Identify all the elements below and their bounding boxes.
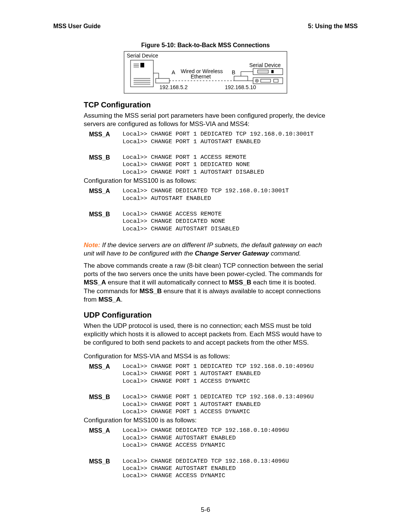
code-label: MSS_B (89, 458, 123, 465)
tcp-intro: Assuming the MSS serial port parameters … (84, 112, 327, 128)
figure-diagram: Serial Device Serial Device A Wired (124, 51, 287, 94)
figure-ip-right: 192.168.5.10 (225, 84, 256, 90)
page: MSS User Guide 5: Using the MSS Figure 5… (0, 0, 411, 532)
code-label: MSS_B (89, 154, 123, 161)
udp-row2-mssb: MSS_B Local>> CHANGE DEDICATED TCP 192.1… (89, 458, 327, 480)
tcp-row1-mssa: MSS_A Local>> CHANGE PORT 1 DEDICATED TC… (89, 131, 327, 145)
code-block: Local>> CHANGE ACCESS REMOTE Local>> CHA… (123, 211, 239, 233)
text: The above commands create a raw (8-bit c… (84, 262, 323, 278)
svg-rect-5 (140, 63, 144, 67)
code-label: MSS_A (89, 131, 123, 138)
text: ensure that it will automatically connec… (106, 279, 229, 286)
page-number: 5-6 (0, 506, 411, 514)
udp-row2-mssa: MSS_A Local>> CHANGE DEDICATED TCP 192.1… (89, 427, 327, 449)
svg-rect-21 (271, 70, 274, 73)
bold-mss-b2: MSS_B (139, 288, 162, 295)
note-device: device (118, 241, 137, 249)
code-block: Local>> CHANGE PORT 1 DEDICATED TCP 192.… (123, 393, 314, 415)
code-label: MSS_A (89, 187, 123, 195)
code-label: MSS_B (89, 211, 123, 218)
code-block: Local>> CHANGE PORT 1 ACCESS REMOTE Loca… (123, 154, 264, 176)
bold-mss-a: MSS_A (84, 279, 106, 286)
svg-rect-26 (274, 79, 278, 82)
svg-point-24 (256, 80, 258, 81)
code-label: MSS_A (89, 427, 123, 434)
note-label: Note: (84, 241, 100, 249)
svg-rect-25 (261, 79, 271, 82)
figure-label-ethernet: Ethernet (191, 73, 211, 80)
figure-label-serial-left: Serial Device (127, 53, 158, 59)
udp-row1-mssa: MSS_A Local>> CHANGE PORT 1 DEDICATED TC… (89, 363, 327, 385)
text: . (121, 296, 123, 303)
bold-mss-a2: MSS_A (99, 296, 121, 303)
code-block: Local>> CHANGE PORT 1 DEDICATED TCP 192.… (123, 131, 314, 145)
note-bold: Change Server Gateway (195, 250, 269, 257)
code-block: Local>> CHANGE DEDICATED TCP 192.168.0.1… (123, 427, 289, 449)
tcp-note: Note: If the device servers are on diffe… (84, 241, 327, 258)
tcp-row2-mssa: MSS_A Local>> CHANGE DEDICATED TCP 192.1… (89, 187, 327, 202)
udp-para2: Configuration for MSS-VIA and MSS4 is as… (84, 352, 327, 361)
note-text-post2: command. (269, 250, 301, 257)
code-label: MSS_B (89, 393, 123, 401)
code-block: Local>> CHANGE DEDICATED TCP 192.168.0.1… (123, 458, 289, 480)
bold-mss-b: MSS_B (229, 279, 252, 286)
figure-label-a: A (172, 69, 175, 75)
header-left: MSS User Guide (53, 23, 100, 30)
udp-intro: When the UDP protocol is used, there is … (84, 322, 327, 347)
code-block: Local>> CHANGE DEDICATED TCP 192.168.0.1… (123, 187, 289, 202)
svg-rect-14 (234, 76, 248, 81)
figure-caption: Figure 5-10: Back-to-Back MSS Connection… (84, 42, 327, 49)
note-text-pre: If the (100, 241, 118, 249)
heading-tcp: TCP Configuration (84, 101, 327, 109)
udp-mid-para: Configuration for MSS100 is as follows: (84, 416, 327, 425)
figure-label-serial-right: Serial Device (249, 62, 281, 68)
code-label: MSS_A (89, 363, 123, 370)
tcp-mid-para: Configuration for MSS100 is as follows: (84, 177, 327, 185)
figure-ip-left: 192.168.5.2 (159, 84, 188, 90)
tcp-row1-mssb: MSS_B Local>> CHANGE PORT 1 ACCESS REMOT… (89, 154, 327, 176)
svg-rect-12 (156, 78, 169, 83)
tcp-row2-mssb: MSS_B Local>> CHANGE ACCESS REMOTE Local… (89, 211, 327, 233)
figure-label-b: B (232, 69, 235, 75)
tcp-para2: The above commands create a raw (8-bit c… (84, 262, 327, 304)
page-content: Figure 5-10: Back-to-Back MSS Connection… (84, 38, 327, 481)
code-block: Local>> CHANGE PORT 1 DEDICATED TCP 192.… (123, 363, 314, 385)
header-right: 5: Using the MSS (308, 23, 358, 30)
page-header: MSS User Guide 5: Using the MSS (53, 23, 358, 30)
udp-row1-mssb: MSS_B Local>> CHANGE PORT 1 DEDICATED TC… (89, 393, 327, 415)
heading-udp: UDP Configuration (84, 311, 327, 320)
